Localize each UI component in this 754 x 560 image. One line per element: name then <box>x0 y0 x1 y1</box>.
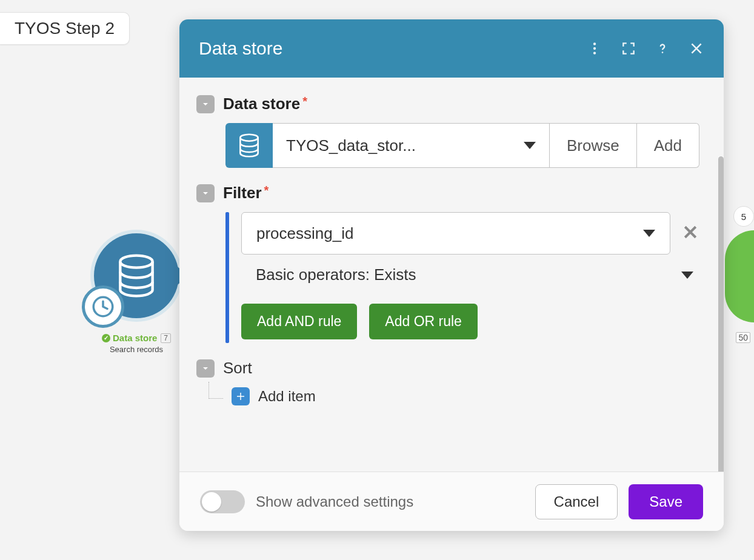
add-datastore-button[interactable]: Add <box>637 123 699 168</box>
cancel-button[interactable]: Cancel <box>535 484 618 519</box>
chevron-down-icon <box>643 230 655 237</box>
dialog-header: Data store <box>179 19 724 78</box>
section-datastore: Data store* TYOS_data_stor... Browse <box>196 95 699 168</box>
dialog-body: Data store* TYOS_data_stor... Browse <box>179 78 724 472</box>
section-title-text: Data store <box>223 95 300 113</box>
datastore-row: TYOS_data_stor... Browse Add <box>225 123 699 168</box>
filter-rule-buttons: Add AND rule Add OR rule <box>241 304 699 339</box>
required-star: * <box>302 95 307 108</box>
close-icon[interactable] <box>689 41 704 56</box>
clock-icon <box>82 285 124 328</box>
add-and-rule-button[interactable]: Add AND rule <box>241 304 357 339</box>
section-header-datastore: Data store* <box>196 95 699 113</box>
required-star: * <box>264 184 269 197</box>
section-header-filter: Filter* <box>196 184 699 202</box>
collapse-toggle-filter[interactable] <box>196 184 215 202</box>
filter-operator-value: Basic operators: Exists <box>256 265 416 284</box>
edge-bubble: 5 <box>733 206 754 227</box>
browse-button[interactable]: Browse <box>550 123 637 168</box>
svg-point-2 <box>593 42 596 45</box>
sort-body: Add item <box>209 387 699 405</box>
step-chip[interactable]: TYOS Step 2 <box>0 12 130 45</box>
add-or-rule-button[interactable]: Add OR rule <box>369 304 478 339</box>
section-title-text: Filter <box>223 184 262 202</box>
node-label-row: ✓ Data store 7 <box>102 333 171 343</box>
dialog-title: Data store <box>199 38 282 59</box>
collapse-toggle-sort[interactable] <box>196 359 215 378</box>
scrollbar[interactable] <box>718 156 724 472</box>
filter-operator-select[interactable]: Basic operators: Exists <box>241 265 699 284</box>
edge-fifty-label: 50 <box>736 332 750 343</box>
datastore-icon <box>225 123 273 168</box>
advanced-settings-row: Show advanced settings <box>200 490 413 513</box>
advanced-settings-label: Show advanced settings <box>256 493 413 510</box>
module-node-datastore[interactable]: ✓ Data store 7 Search records <box>82 233 191 354</box>
filter-field-row: processing_id <box>241 212 699 255</box>
filter-field-value: processing_id <box>256 224 353 243</box>
filter-remove-button[interactable] <box>681 223 699 244</box>
expand-icon[interactable] <box>621 41 636 56</box>
filter-body: processing_id Basic operators: Exists Ad… <box>225 212 699 343</box>
filter-field-select[interactable]: processing_id <box>241 212 670 255</box>
node-subtitle: Search records <box>110 345 163 354</box>
check-icon: ✓ <box>102 334 110 342</box>
save-button[interactable]: Save <box>629 484 703 519</box>
footer-buttons: Cancel Save <box>535 484 703 519</box>
node-circle[interactable] <box>94 233 179 318</box>
section-title-datastore: Data store* <box>223 95 307 113</box>
svg-point-5 <box>662 52 664 53</box>
dialog-header-actions <box>587 41 704 56</box>
tree-connector <box>209 382 223 399</box>
edge-node-fragment <box>725 230 754 322</box>
filter-group-bar <box>225 212 229 343</box>
section-title-sort: Sort <box>223 359 252 378</box>
section-sort: Sort Add item <box>196 359 699 405</box>
section-header-sort: Sort <box>196 359 699 378</box>
datastore-selected-value: TYOS_data_stor... <box>286 136 416 155</box>
node-count-badge: 7 <box>161 333 171 343</box>
section-filter: Filter* processing_id <box>196 184 699 343</box>
node-status: ✓ Data store <box>102 333 157 343</box>
svg-point-6 <box>240 135 258 141</box>
chevron-down-icon <box>524 142 536 149</box>
node-status-label: Data store <box>113 333 157 343</box>
add-sort-item-label: Add item <box>258 388 316 405</box>
svg-point-0 <box>120 256 152 268</box>
collapse-toggle-datastore[interactable] <box>196 95 215 113</box>
section-title-filter: Filter* <box>223 184 269 202</box>
help-icon[interactable] <box>655 41 670 56</box>
svg-point-4 <box>593 52 596 54</box>
chevron-down-icon <box>681 272 693 279</box>
datastore-dialog: Data store Data store* <box>179 19 724 531</box>
svg-point-3 <box>593 47 596 50</box>
advanced-settings-toggle[interactable] <box>200 490 245 513</box>
add-sort-item-button[interactable] <box>232 387 250 405</box>
datastore-select[interactable]: TYOS_data_stor... <box>273 123 550 168</box>
filter-content: processing_id Basic operators: Exists Ad… <box>241 212 699 343</box>
more-icon[interactable] <box>587 41 602 56</box>
dialog-footer: Show advanced settings Cancel Save <box>179 472 724 531</box>
